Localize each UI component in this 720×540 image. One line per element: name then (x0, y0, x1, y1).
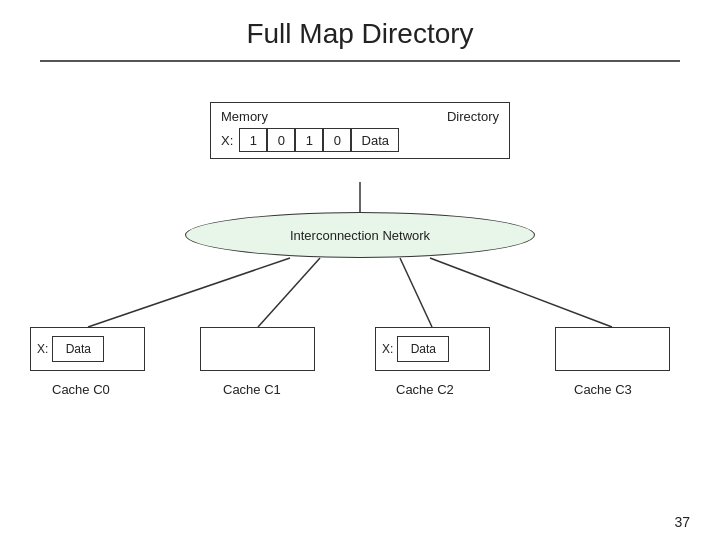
page-title: Full Map Directory (246, 18, 473, 49)
diagram: Memory Directory X: 1 0 1 0 Data Interco… (0, 62, 720, 522)
cache-c3-caption: Cache C3 (574, 382, 632, 397)
mem-data-cell: Data (351, 128, 399, 152)
cache-c2-data: Data (397, 336, 449, 362)
cache-c0-caption: Cache C0 (52, 382, 110, 397)
cache-c0-box: X: Data (30, 327, 145, 371)
mem-cells-row: X: 1 0 1 0 Data (221, 128, 499, 152)
cache-c0-inner: X: Data (31, 328, 144, 370)
mem-cell-3: 0 (323, 128, 351, 152)
memory-directory-box: Memory Directory X: 1 0 1 0 Data (210, 102, 510, 159)
memory-label: Memory (221, 109, 268, 124)
mem-cell-0: 1 (239, 128, 267, 152)
svg-line-2 (258, 258, 320, 327)
cache-c2-inner: X: Data (376, 328, 489, 370)
svg-line-1 (88, 258, 290, 327)
cache-c2-caption: Cache C2 (396, 382, 454, 397)
mem-header-row: Memory Directory (221, 109, 499, 124)
mem-cell-1: 0 (267, 128, 295, 152)
cache-c0-data: Data (52, 336, 104, 362)
cache-c0-x-label: X: (37, 342, 48, 356)
cache-c1-box (200, 327, 315, 371)
svg-line-3 (400, 258, 432, 327)
network-ellipse: Interconnection Network (185, 212, 535, 258)
network-label: Interconnection Network (290, 228, 430, 243)
cache-c2-x-label: X: (382, 342, 393, 356)
mem-cell-2: 1 (295, 128, 323, 152)
cache-c1-caption: Cache C1 (223, 382, 281, 397)
page-number: 37 (674, 514, 690, 530)
mem-x-label: X: (221, 133, 233, 148)
directory-label: Directory (447, 109, 499, 124)
svg-line-4 (430, 258, 612, 327)
cache-c2-box: X: Data (375, 327, 490, 371)
cache-c3-box (555, 327, 670, 371)
title-area: Full Map Directory (40, 0, 680, 62)
